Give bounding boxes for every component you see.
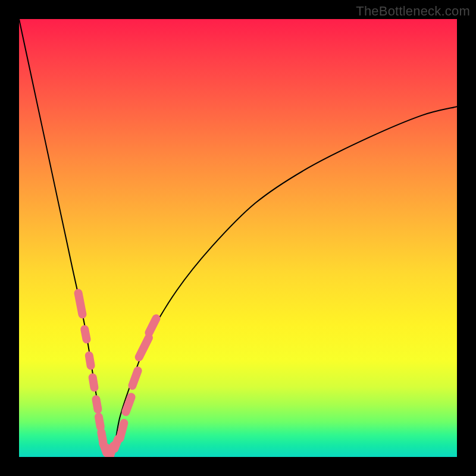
plot-area [19, 19, 457, 457]
svg-rect-15 [143, 313, 162, 339]
chart-frame: TheBottleneck.com [0, 0, 476, 476]
svg-rect-13 [127, 365, 143, 391]
svg-rect-12 [120, 392, 136, 417]
curve-sample-markers [73, 288, 161, 457]
svg-rect-0 [73, 288, 87, 319]
svg-rect-14 [133, 332, 154, 362]
bottleneck-curve-svg [19, 19, 457, 457]
watermark-text: TheBottleneck.com [356, 4, 470, 19]
svg-rect-2 [84, 351, 96, 371]
svg-rect-3 [88, 372, 99, 392]
svg-rect-1 [80, 324, 92, 344]
bottleneck-curve [19, 19, 457, 457]
svg-rect-4 [91, 394, 102, 414]
